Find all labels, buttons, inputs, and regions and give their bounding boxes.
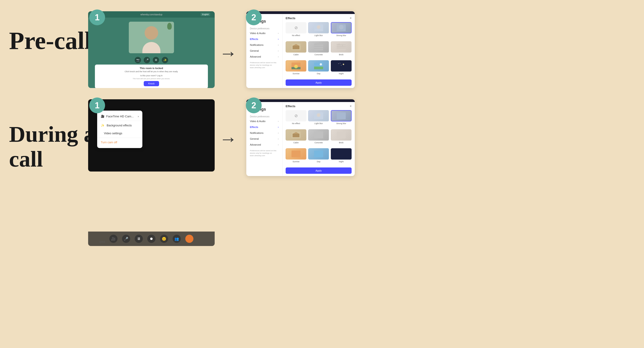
- effect-light-blur[interactable]: Light blur: [308, 22, 329, 39]
- record-ctrl[interactable]: ⏺: [147, 235, 156, 243]
- light-blur-thumb: [308, 22, 329, 33]
- close-button[interactable]: ×: [350, 16, 352, 20]
- day-thumb-d: [308, 148, 329, 160]
- effect-day-d[interactable]: Day: [308, 148, 329, 166]
- svg-rect-9: [314, 43, 323, 45]
- sidebar-item-general[interactable]: General ›: [246, 48, 282, 54]
- no-effect-label-d: No effect: [292, 122, 300, 125]
- light-blur-thumb-d: [308, 110, 329, 121]
- sidebar-item-video-audio-during[interactable]: Video & Audio ›: [246, 118, 282, 124]
- svg-rect-10: [314, 46, 323, 47]
- device-prefs-header-during: Device preferences: [246, 114, 282, 118]
- svg-rect-37: [292, 151, 300, 157]
- svg-point-23: [320, 63, 322, 65]
- menu-divider2: [97, 138, 142, 138]
- apply-button[interactable]: Apply: [286, 79, 352, 86]
- your-room-link[interactable]: Is this your room? Log in: [98, 74, 205, 77]
- step-badge-2-during: 2: [246, 98, 262, 113]
- effects-title-during: Effects: [286, 105, 295, 108]
- svg-rect-31: [337, 112, 346, 119]
- during-menu: 🎥 FaceTime HD Cam... › ✨ Background effe…: [97, 111, 142, 148]
- strong-blur-label: Strong blur: [336, 34, 346, 36]
- sidebar-item-notifications[interactable]: Notifications ›: [246, 42, 282, 48]
- svg-rect-16: [339, 43, 339, 45]
- camera-label: FaceTime HD Cam...: [106, 115, 134, 118]
- ctrl-mic[interactable]: 🎤: [144, 57, 150, 63]
- sunrise-label-d: Sunrise: [292, 161, 300, 163]
- sidebar-item-advanced[interactable]: Advanced ›: [246, 54, 282, 60]
- svg-rect-6: [292, 46, 300, 49]
- chevron-icon: ›: [278, 32, 278, 34]
- effect-brick-d[interactable]: Brick: [331, 129, 352, 147]
- effect-concrete[interactable]: Concrete: [308, 41, 329, 59]
- sunrise-label: Sunrise: [292, 72, 300, 75]
- effect-strong-blur-d[interactable]: Strong blur: [331, 110, 352, 128]
- ctrl-effects[interactable]: ✨: [162, 57, 168, 63]
- effect-sunrise[interactable]: Sunrise: [286, 60, 306, 78]
- effect-brick[interactable]: Brick: [331, 41, 352, 59]
- english-btn: English: [201, 13, 210, 16]
- sidebar-item-effects-during[interactable]: Effects ›: [246, 124, 282, 130]
- cam-ctrl[interactable]: 🎥: [109, 235, 118, 243]
- sidebar-item-notifications-during[interactable]: Notifications ›: [246, 130, 282, 136]
- chevron-icon: ›: [278, 144, 278, 146]
- settings-main: Effects × ⊘ No effect Light blur: [282, 14, 355, 88]
- emoji-ctrl[interactable]: 😊: [160, 235, 168, 243]
- effect-strong-blur[interactable]: Strong blur: [331, 22, 352, 39]
- settings-sidebar: Settings Device preferences Video & Audi…: [246, 14, 282, 88]
- people-ctrl[interactable]: 👥: [173, 235, 181, 243]
- cabin-label: Cabin: [293, 53, 299, 56]
- cabin-thumb: [286, 41, 306, 53]
- strong-blur-thumb: [331, 22, 352, 33]
- day-thumb: [308, 60, 329, 72]
- mic-ctrl[interactable]: 🎤: [122, 235, 130, 243]
- precall-message-box: This room is locked Click knock and the …: [95, 65, 208, 88]
- bg-effects-item[interactable]: ✨ Background effects: [97, 121, 142, 129]
- effect-no-effect-d[interactable]: ⊘ No effect: [286, 110, 306, 128]
- screen-ctrl[interactable]: 🖥: [135, 235, 143, 243]
- sidebar-item-advanced-during[interactable]: Advanced ›: [246, 142, 282, 148]
- knock-button[interactable]: Knock: [144, 81, 159, 86]
- sidebar-item-general-during[interactable]: General ›: [246, 136, 282, 142]
- settings-note: Preferences will be saved on this device…: [246, 60, 282, 71]
- orange-ctrl[interactable]: [185, 235, 194, 243]
- effect-day[interactable]: Day: [308, 60, 329, 78]
- effect-sunrise-d[interactable]: Sunrise: [286, 148, 306, 166]
- effect-no-effect[interactable]: ⊘ No effect: [286, 22, 306, 39]
- brick-label: Brick: [339, 53, 344, 56]
- video-settings-item[interactable]: · Video settings: [97, 129, 142, 137]
- chevron-icon: ›: [278, 120, 278, 123]
- ctrl-cam[interactable]: 📷: [135, 57, 141, 63]
- chevron-active-icon: ›: [278, 38, 278, 40]
- turn-cam-off-item[interactable]: Turn cam off: [97, 138, 142, 146]
- effect-cabin[interactable]: Cabin: [286, 41, 306, 59]
- close-button-during[interactable]: ×: [350, 104, 352, 108]
- day-label-d: Day: [317, 161, 320, 163]
- camera-menu-item[interactable]: 🎥 FaceTime HD Cam... ›: [97, 112, 142, 120]
- menu-divider: [97, 121, 142, 121]
- effect-light-blur-d[interactable]: Light blur: [308, 110, 329, 128]
- person-head: [144, 26, 158, 40]
- effects-grid-during: ⊘ No effect Light blur Strong blur: [286, 110, 352, 166]
- settings-topbar: [246, 11, 355, 14]
- apply-button-during[interactable]: Apply: [286, 168, 352, 174]
- ctrl-settings[interactable]: ⚙: [153, 57, 159, 63]
- svg-point-28: [340, 63, 340, 63]
- light-blur-label-d: Light blur: [314, 122, 323, 125]
- effect-night-d[interactable]: Night: [331, 148, 352, 166]
- svg-rect-12: [337, 43, 346, 50]
- step-badge-1-during: 1: [89, 98, 105, 113]
- night-label: Night: [339, 72, 344, 75]
- camera-icon: 🎥: [101, 115, 104, 118]
- video-settings-label: Video settings: [104, 132, 122, 135]
- light-blur-label: Light blur: [314, 34, 323, 36]
- room-locked-sub: Click knock and the host will let you in…: [98, 70, 205, 73]
- sidebar-item-effects[interactable]: Effects ›: [246, 36, 282, 42]
- effect-night[interactable]: Night: [331, 60, 352, 78]
- no-effect-label: No effect: [292, 34, 300, 36]
- effect-concrete-d[interactable]: Concrete: [308, 129, 329, 147]
- sidebar-item-video-audio[interactable]: Video & Audio ›: [246, 30, 282, 36]
- strong-blur-label-d: Strong blur: [336, 122, 346, 125]
- effect-cabin-d[interactable]: Cabin: [286, 129, 306, 147]
- during-call-label: During acall: [9, 122, 95, 172]
